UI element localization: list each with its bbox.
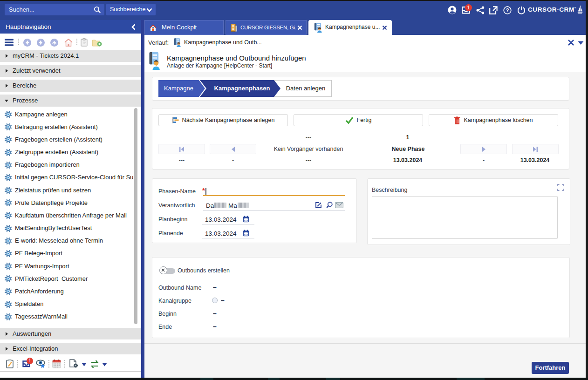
svg-text:?: ? — [506, 7, 509, 13]
